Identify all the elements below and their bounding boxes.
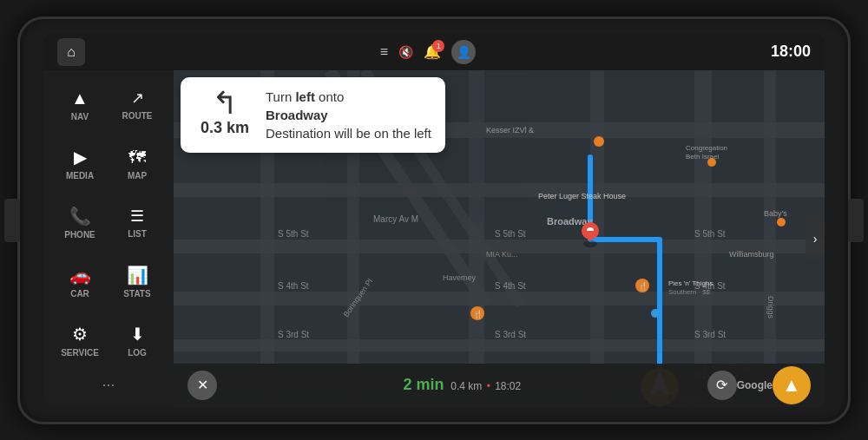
nav-distance: 0.3 km xyxy=(201,119,249,137)
route-icon: ↗ xyxy=(131,89,144,108)
clock: 18:00 xyxy=(771,43,811,61)
nav-bold-left: left xyxy=(295,89,315,104)
status-right: 18:00 xyxy=(771,43,811,61)
compass-button[interactable]: ▲ xyxy=(773,366,811,404)
stats-label: STATS xyxy=(123,289,150,299)
svg-rect-11 xyxy=(694,70,712,407)
eta-separator: • xyxy=(487,380,494,392)
map-label: MAP xyxy=(128,171,147,181)
sidebar: ▲ NAV ↗ ROUTE ▶ MEDIA 🗺 xyxy=(43,70,174,407)
mount-bracket-left xyxy=(4,199,20,242)
nav-route-row: ▲ NAV ↗ ROUTE xyxy=(54,77,163,133)
car-unit: ⌂ ≡ 🔇 🔔 1 👤 18:00 xyxy=(17,16,851,424)
svg-text:S 3rd St: S 3rd St xyxy=(694,330,726,339)
nav-continuation: Destination will be on the left xyxy=(266,126,431,141)
menu-icon[interactable]: ≡ xyxy=(380,44,388,60)
sidebar-item-service[interactable]: ⚙ SERVICE xyxy=(54,313,106,369)
svg-text:Williamsburg: Williamsburg xyxy=(729,250,774,259)
svg-point-45 xyxy=(707,158,716,167)
phone-label: PHONE xyxy=(64,230,95,240)
screen: ⌂ ≡ 🔇 🔔 1 👤 18:00 xyxy=(43,34,825,407)
sidebar-item-log[interactable]: ⬇ LOG xyxy=(111,313,163,369)
sidebar-item-nav[interactable]: ▲ NAV xyxy=(54,77,106,133)
mute-icon[interactable]: 🔇 xyxy=(398,45,413,59)
media-map-row: ▶ MEDIA 🗺 MAP xyxy=(54,136,163,192)
svg-point-47 xyxy=(651,309,660,318)
list-label: LIST xyxy=(128,229,147,239)
nav-distance-section: ↰ 0.3 km xyxy=(194,88,255,137)
main-content: ▲ NAV ↗ ROUTE ▶ MEDIA 🗺 xyxy=(43,70,825,407)
svg-text:🍴: 🍴 xyxy=(473,309,483,319)
svg-text:Southern · $$: Southern · $$ xyxy=(668,288,711,296)
stats-icon: 📊 xyxy=(127,265,148,286)
sidebar-item-list[interactable]: ☰ LIST xyxy=(111,195,163,251)
svg-rect-12 xyxy=(764,70,776,407)
svg-text:Peter Luger Steak House: Peter Luger Steak House xyxy=(538,192,626,200)
phone-icon: 📞 xyxy=(69,206,91,227)
map-container: S 5th St S 5th St S 5th St S 4th St S 4t… xyxy=(174,70,825,407)
nav-instruction-text: Turn left onto Broadway Destination will… xyxy=(266,88,431,142)
map-icon: 🗺 xyxy=(128,148,146,167)
svg-text:S 5th St: S 5th St xyxy=(694,229,726,239)
right-chevron-button[interactable]: › xyxy=(806,217,825,260)
eta-distance: 0.4 km xyxy=(450,380,482,392)
route-label: ROUTE xyxy=(122,111,153,121)
home-button[interactable]: ⌂ xyxy=(57,38,85,66)
log-icon: ⬇ xyxy=(130,324,145,345)
sidebar-item-phone[interactable]: 📞 PHONE xyxy=(54,195,106,251)
svg-text:Driggs: Driggs xyxy=(766,296,775,319)
eta-info: 2 min 0.4 km • 18:02 xyxy=(217,376,707,394)
svg-text:Congregation: Congregation xyxy=(686,144,727,152)
svg-text:S 3rd St: S 3rd St xyxy=(278,330,309,339)
svg-text:Pies 'n' Thighs: Pies 'n' Thighs xyxy=(668,279,713,287)
eta-time: 2 min xyxy=(403,376,444,393)
svg-text:Havemey: Havemey xyxy=(443,273,477,282)
nav-icon: ▲ xyxy=(71,89,89,108)
svg-point-46 xyxy=(777,218,786,227)
sidebar-item-stats[interactable]: 📊 STATS xyxy=(111,254,163,310)
nav-card: ↰ 0.3 km Turn left onto Broadway Destina… xyxy=(181,77,445,153)
sidebar-item-route[interactable]: ↗ ROUTE xyxy=(111,77,163,133)
nav-label: NAV xyxy=(71,112,89,121)
svg-text:Marcy Av M: Marcy Av M xyxy=(373,214,418,224)
mount-bracket-right xyxy=(848,199,864,242)
service-icon: ⚙ xyxy=(72,324,88,345)
log-label: LOG xyxy=(128,348,147,358)
media-label: MEDIA xyxy=(66,171,94,181)
svg-text:S 4th St: S 4th St xyxy=(278,281,309,291)
service-log-row: ⚙ SERVICE ⬇ LOG xyxy=(54,313,163,369)
user-icon: 👤 xyxy=(457,45,471,59)
status-center: ≡ 🔇 🔔 1 👤 xyxy=(380,40,476,64)
reroute-button[interactable]: ⟳ xyxy=(707,371,737,400)
turn-arrow-icon: ↰ xyxy=(212,88,238,119)
chevron-right-icon: › xyxy=(813,232,818,246)
home-icon: ⌂ xyxy=(67,44,76,60)
service-label: SERVICE xyxy=(61,348,99,358)
compass-icon: ▲ xyxy=(782,374,801,397)
user-avatar[interactable]: 👤 xyxy=(451,40,476,64)
arrival-time: 18:02 xyxy=(495,380,521,392)
bottom-bar: ✕ 2 min 0.4 km • 18:02 ⟳ Google xyxy=(174,364,825,407)
more-button[interactable]: ··· xyxy=(102,376,115,394)
sidebar-item-car[interactable]: 🚗 CAR xyxy=(54,254,106,310)
svg-text:Kesser IZVl &: Kesser IZVl & xyxy=(486,126,534,135)
notification-badge-count: 1 xyxy=(432,40,444,52)
media-icon: ▶ xyxy=(74,147,87,167)
google-logo: Google xyxy=(737,379,773,391)
eta-details: 0.4 km • 18:02 xyxy=(448,380,521,392)
svg-text:Baby's: Baby's xyxy=(764,209,787,218)
svg-text:S 4th St: S 4th St xyxy=(495,281,526,291)
status-bar: ⌂ ≡ 🔇 🔔 1 👤 18:00 xyxy=(43,34,825,70)
notification-bell[interactable]: 🔔 1 xyxy=(424,43,441,60)
svg-text:S 5th St: S 5th St xyxy=(278,229,309,239)
nav-street-name: Broadway xyxy=(266,108,328,122)
svg-text:🍴: 🍴 xyxy=(638,281,648,292)
svg-point-44 xyxy=(594,136,604,147)
sidebar-item-map[interactable]: 🗺 MAP xyxy=(111,136,163,192)
car-icon: 🚗 xyxy=(69,265,91,286)
reroute-icon: ⟳ xyxy=(716,377,727,393)
phone-list-row: 📞 PHONE ☰ LIST xyxy=(54,195,163,251)
close-navigation-button[interactable]: ✕ xyxy=(187,371,217,400)
svg-text:MIA Ku...: MIA Ku... xyxy=(486,250,518,259)
sidebar-item-media[interactable]: ▶ MEDIA xyxy=(54,136,106,192)
